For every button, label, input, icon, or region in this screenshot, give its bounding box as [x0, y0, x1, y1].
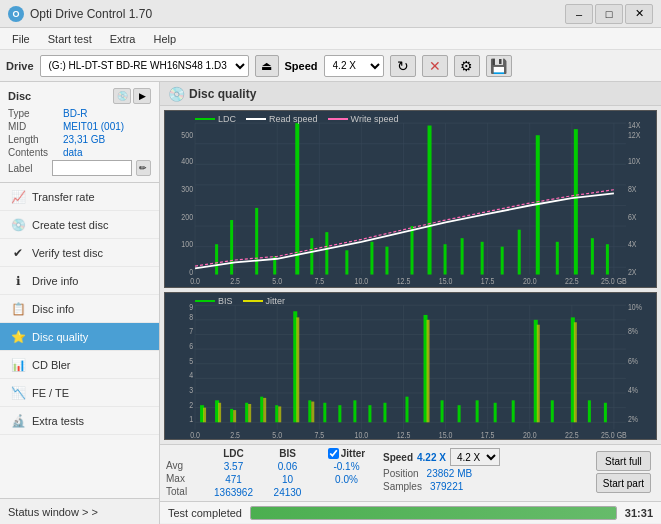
- svg-rect-145: [427, 319, 430, 421]
- nav-cd-bler[interactable]: 📊 CD Bler: [0, 351, 159, 379]
- svg-rect-138: [218, 402, 221, 422]
- position-label: Position: [383, 468, 419, 479]
- svg-rect-55: [428, 126, 432, 275]
- read-speed-legend-item: Read speed: [246, 114, 318, 124]
- bis-chart: BIS Jitter: [164, 292, 657, 440]
- chart1-legend: LDC Read speed Write speed: [195, 114, 398, 124]
- maximize-button[interactable]: □: [595, 4, 623, 24]
- svg-text:6%: 6%: [628, 356, 638, 366]
- svg-text:7.5: 7.5: [314, 277, 324, 287]
- jitter-avg: -0.1%: [333, 461, 359, 472]
- nav-verify-test-disc[interactable]: ✔ Verify test disc: [0, 239, 159, 267]
- svg-rect-131: [512, 400, 515, 422]
- svg-rect-64: [591, 238, 594, 274]
- start-part-button[interactable]: Start part: [596, 473, 651, 493]
- svg-text:500: 500: [181, 130, 193, 140]
- svg-rect-123: [368, 405, 371, 422]
- svg-text:5.0: 5.0: [272, 430, 282, 439]
- nav-drive-info[interactable]: ℹ Drive info: [0, 267, 159, 295]
- menu-help[interactable]: Help: [145, 31, 184, 47]
- bis-max: 10: [282, 474, 293, 485]
- svg-text:0.0: 0.0: [190, 277, 200, 287]
- close-button[interactable]: ✕: [625, 4, 653, 24]
- drive-select[interactable]: (G:) HL-DT-ST BD-RE WH16NS48 1.D3: [40, 55, 249, 77]
- svg-rect-59: [501, 247, 504, 275]
- svg-text:2.5: 2.5: [230, 277, 240, 287]
- svg-rect-128: [458, 405, 461, 422]
- ldc-col-header: LDC: [223, 448, 244, 459]
- svg-text:10%: 10%: [628, 302, 642, 312]
- nav-extra-tests[interactable]: 🔬 Extra tests: [0, 407, 159, 435]
- svg-text:8: 8: [189, 312, 193, 322]
- content-area: 💿 Disc quality LDC Read speed: [160, 82, 661, 524]
- svg-text:6: 6: [189, 341, 193, 351]
- cd-bler-icon: 📊: [10, 357, 26, 373]
- nav-transfer-rate[interactable]: 📈 Transfer rate: [0, 183, 159, 211]
- jitter-legend-item: Jitter: [243, 296, 286, 306]
- refresh-button[interactable]: ↻: [390, 55, 416, 77]
- svg-rect-52: [370, 242, 373, 275]
- svg-text:17.5: 17.5: [481, 277, 495, 287]
- write-speed-legend-color: [328, 118, 348, 120]
- charts-area: LDC Read speed Write speed: [160, 106, 661, 444]
- verify-test-disc-icon: ✔: [10, 245, 26, 261]
- ldc-chart: LDC Read speed Write speed: [164, 110, 657, 288]
- menu-start-test[interactable]: Start test: [40, 31, 100, 47]
- speed-avg-val: 4.22 X: [417, 452, 446, 463]
- drive-label: Drive: [6, 60, 34, 72]
- ldc-total: 1363962: [214, 487, 253, 498]
- sidebar: Disc 💿 ▶ Type BD-R MID MEIT01 (001) Leng…: [0, 82, 160, 524]
- jitter-checkbox-row: Jitter: [328, 448, 365, 459]
- start-full-button[interactable]: Start full: [596, 451, 651, 471]
- svg-text:5.0: 5.0: [272, 277, 282, 287]
- eject-button[interactable]: ⏏: [255, 55, 279, 77]
- status-window-label: Status window > >: [8, 506, 98, 518]
- disc-type-label: Type: [8, 108, 63, 119]
- erase-button[interactable]: ✕: [422, 55, 448, 77]
- svg-rect-58: [481, 242, 484, 275]
- save-button[interactable]: 💾: [486, 55, 512, 77]
- svg-rect-62: [556, 242, 559, 275]
- content-title: Disc quality: [189, 87, 256, 101]
- disc-type-value: BD-R: [63, 108, 87, 119]
- speed-select[interactable]: 4.2 X: [324, 55, 384, 77]
- status-window-button[interactable]: Status window > >: [0, 498, 159, 524]
- minimize-button[interactable]: –: [565, 4, 593, 24]
- svg-rect-65: [606, 244, 609, 274]
- menu-extra[interactable]: Extra: [102, 31, 144, 47]
- nav-disc-quality[interactable]: ⭐ Disc quality: [0, 323, 159, 351]
- read-speed-legend-color: [246, 118, 266, 120]
- nav-fe-te[interactable]: 📉 FE / TE: [0, 379, 159, 407]
- svg-text:7: 7: [189, 326, 193, 336]
- svg-rect-136: [604, 402, 607, 422]
- bis-col-header: BIS: [279, 448, 296, 459]
- ldc-legend-label: LDC: [218, 114, 236, 124]
- svg-text:8%: 8%: [628, 326, 638, 336]
- svg-rect-54: [411, 226, 414, 274]
- nav-drive-info-label: Drive info: [32, 275, 78, 287]
- samples-label: Samples: [383, 481, 422, 492]
- svg-rect-46: [255, 208, 258, 275]
- drive-bar: Drive (G:) HL-DT-ST BD-RE WH16NS48 1.D3 …: [0, 50, 661, 82]
- read-speed-legend-label: Read speed: [269, 114, 318, 124]
- nav-create-test-disc[interactable]: 💿 Create test disc: [0, 211, 159, 239]
- speed-quality-select[interactable]: 4.2 X: [450, 448, 500, 466]
- app-icon: O: [8, 6, 24, 22]
- position-val: 23862 MB: [427, 468, 473, 479]
- title-bar: O Opti Drive Control 1.70 – □ ✕: [0, 0, 661, 28]
- disc-icon-btn-2[interactable]: ▶: [133, 88, 151, 104]
- disc-label-input[interactable]: [52, 160, 132, 176]
- nav-disc-info[interactable]: 📋 Disc info: [0, 295, 159, 323]
- disc-quality-header-icon: 💿: [168, 86, 185, 102]
- settings-button[interactable]: ⚙: [454, 55, 480, 77]
- disc-icon-btn-1[interactable]: 💿: [113, 88, 131, 104]
- svg-text:12.5: 12.5: [397, 277, 411, 287]
- jitter-checkbox[interactable]: [328, 448, 339, 459]
- disc-label-edit-btn[interactable]: ✏: [136, 160, 151, 176]
- action-buttons: Start full Start part: [592, 448, 655, 496]
- disc-label-label: Label: [8, 163, 48, 174]
- menu-file[interactable]: File: [4, 31, 38, 47]
- svg-rect-60: [518, 230, 521, 275]
- svg-rect-119: [308, 400, 311, 422]
- svg-text:12X: 12X: [628, 130, 641, 140]
